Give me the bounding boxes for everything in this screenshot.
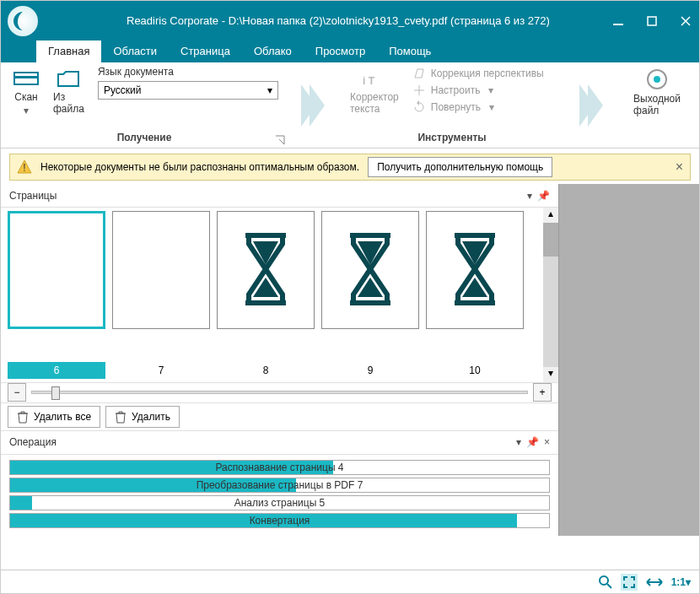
page-thumbnail[interactable]: 9 [321,211,419,378]
svg-rect-1 [648,17,656,25]
warning-bar: ! Некоторые документы не были распознаны… [9,154,691,181]
progress-bar: Анализ страницы 5 [9,495,550,510]
progress-bar: Преобразование страницы в PDF 7 [9,478,550,493]
from-file-button[interactable]: Из файла [48,66,89,116]
window-title: Readiris Corporate - D:\Новая папка (2)\… [127,14,611,27]
get-help-button[interactable]: Получить дополнительную помощь [368,157,552,177]
progress-bar: Распознавание страницы 4 [9,460,550,475]
scan-button[interactable]: Скан ▾ [8,66,45,118]
operation-body: Распознавание страницы 4Преобразование с… [1,455,558,536]
trash-icon [17,410,29,424]
chevron-down-icon: ▾ [24,105,29,116]
svg-point-6 [654,76,660,83]
maximize-button[interactable] [645,14,659,28]
svg-rect-12 [455,233,495,238]
zoom-slider-row: − + [1,382,558,402]
titlebar: Readiris Corporate - D:\Новая папка (2)\… [1,1,699,40]
delete-button[interactable]: Удалить [105,406,180,428]
thumb-number: 8 [217,362,315,379]
zoom-slider[interactable] [31,391,528,394]
svg-rect-8 [245,233,286,238]
tab-areas[interactable]: Области [101,40,169,62]
output-icon [645,68,669,91]
folder-icon [55,68,82,89]
trash-icon [115,410,127,424]
perspective-button[interactable]: Коррекция перспективы [409,66,547,81]
panel-menu-icon[interactable]: ▾ [527,190,532,202]
zoom-in-button[interactable]: + [533,383,552,402]
svg-point-14 [600,576,608,585]
zoom-out-button[interactable]: − [8,383,26,402]
rotate-button[interactable]: Повернуть▾ [409,100,547,115]
progress-bar: Конвертация [9,513,550,528]
thumb-number: 9 [321,362,419,379]
zoom-level[interactable]: 1:1▾ [671,576,691,588]
pages-header: Страницы ▾ 📌 [1,184,558,208]
group-launcher-icon[interactable] [274,134,286,146]
svg-rect-13 [455,300,495,305]
language-select[interactable]: Русский▾ [98,81,278,100]
thumb-number: 10 [426,362,524,379]
close-button[interactable] [679,14,692,28]
thumb-number: 6 [8,362,105,379]
app-logo [8,6,38,36]
page-thumbnail[interactable]: 10 [426,211,524,378]
pin-icon[interactable]: 📌 [537,190,550,202]
adjust-button[interactable]: Настроить▾ [409,83,547,98]
text-corrector-button[interactable]: i T Корректор текста [345,66,404,116]
ribbon: Скан ▾ Из файла Язык документа Русский▾ … [1,62,699,148]
svg-rect-11 [350,300,390,305]
fit-width-icon[interactable] [646,576,663,588]
minimize-button[interactable] [611,14,625,28]
tab-view[interactable]: Просмотр [304,40,377,62]
delete-all-button[interactable]: Удалить все [8,406,100,428]
scrollbar[interactable]: ▴ ▾ [543,208,558,381]
chevron-down-icon: ▾ [267,84,272,96]
svg-rect-10 [350,233,390,238]
operation-header: Операция ▾ 📌 × [1,431,558,455]
svg-rect-3 [14,76,38,78]
perspective-icon [412,67,426,80]
page-thumbnail[interactable]: 8 [217,211,315,378]
warning-text: Некоторые документы не были распознаны о… [40,161,359,173]
pin-icon[interactable]: 📌 [526,436,539,448]
scanner-icon [13,68,40,89]
preview-pane [558,184,699,536]
warning-icon: ! [17,159,32,175]
page-thumbnail[interactable]: 6 [8,211,105,378]
panel-close-icon[interactable]: × [544,436,550,448]
tab-page[interactable]: Страница [169,40,242,62]
adjust-icon [412,84,426,97]
panel-menu-icon[interactable]: ▾ [516,436,521,448]
group-label-tools: Инструменты [345,132,559,146]
svg-text:i T: i T [363,75,375,87]
output-file-button[interactable]: Выходной файл [628,66,686,118]
warning-close-button[interactable]: × [676,159,683,175]
tab-home[interactable]: Главная [36,40,101,62]
ribbon-separator [566,62,617,148]
svg-text:!: ! [23,162,25,174]
group-label-acquire: Получение [8,132,281,146]
page-thumbnail[interactable]: 7 [112,211,210,378]
statusbar: 1:1▾ [1,570,699,593]
text-corrector-icon: i T [358,68,391,89]
ribbon-tabs: Главная Области Страница Облако Просмотр… [1,40,699,62]
search-tool-icon[interactable] [599,575,612,589]
tab-cloud[interactable]: Облако [242,40,304,62]
language-label: Язык документа [98,66,278,78]
svg-rect-0 [613,24,623,25]
tab-help[interactable]: Помощь [377,40,443,62]
svg-rect-9 [245,300,286,305]
thumbnails: 678910 ▴ ▾ [1,208,558,381]
thumb-number: 7 [112,362,210,379]
ribbon-separator [288,62,338,148]
rotate-icon [412,100,426,114]
fit-screen-icon[interactable] [621,574,638,591]
